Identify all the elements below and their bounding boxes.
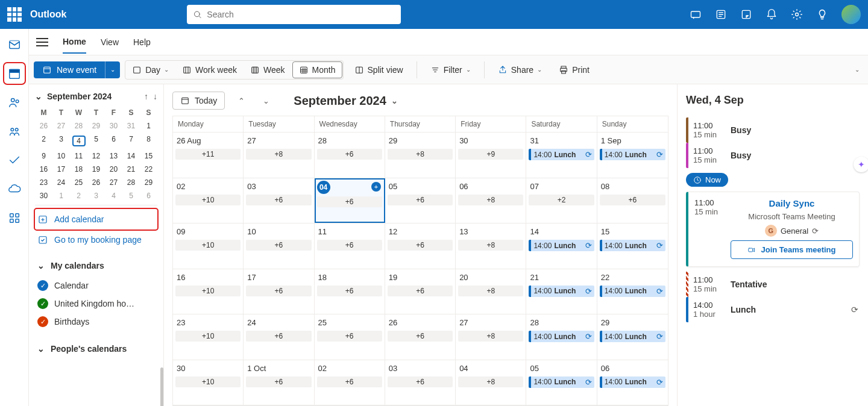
- mini-cal-day[interactable]: 30: [105, 119, 122, 133]
- mini-cal-day[interactable]: 28: [70, 119, 87, 133]
- calendar-cell[interactable]: 03+6: [385, 360, 456, 405]
- more-events-chip[interactable]: +10: [175, 376, 241, 387]
- peoples-calendars-toggle[interactable]: ⌄People's calendars: [35, 340, 157, 357]
- calendar-cell[interactable]: 03+6: [244, 178, 314, 223]
- view-month[interactable]: Month: [292, 61, 342, 78]
- more-events-chip[interactable]: +6: [388, 376, 453, 387]
- calendar-cell[interactable]: 26 Aug+11: [173, 133, 244, 178]
- calendar-cell[interactable]: 1 Oct+6: [244, 360, 314, 405]
- more-events-chip[interactable]: +10: [175, 195, 241, 205]
- mini-cal-day[interactable]: 19: [87, 163, 105, 176]
- mini-cal-day[interactable]: 29: [140, 176, 157, 189]
- filter-button[interactable]: Filter⌄: [424, 62, 477, 78]
- event-chip[interactable]: 14:00 Lunch⟳: [529, 286, 594, 297]
- calendar-cell[interactable]: 12+6: [385, 223, 456, 269]
- mini-cal-day[interactable]: 10: [52, 149, 70, 163]
- mini-cal-day[interactable]: 23: [35, 176, 52, 189]
- calendar-cell[interactable]: 3114:00 Lunch⟳: [526, 133, 597, 178]
- mini-cal-day[interactable]: 21: [122, 163, 140, 176]
- share-button[interactable]: Share⌄: [492, 62, 548, 78]
- mini-cal-day[interactable]: 26: [87, 176, 105, 189]
- notifications-icon[interactable]: [766, 8, 778, 20]
- note-icon[interactable]: [740, 8, 752, 20]
- calendar-cell[interactable]: 04++6: [315, 178, 385, 223]
- event-chip[interactable]: 14:00 Lunch⟳: [529, 376, 594, 388]
- mini-cal-day[interactable]: 20: [105, 163, 122, 176]
- calendar-cell[interactable]: 26+6: [385, 314, 456, 360]
- next-period-button[interactable]: ⌄: [258, 93, 274, 109]
- calendar-cell[interactable]: 02+6: [315, 360, 385, 405]
- rail-mail[interactable]: [5, 35, 24, 54]
- calendar-cell[interactable]: 20+8: [456, 269, 526, 314]
- event-chip[interactable]: 14:00 Lunch⟳: [529, 149, 594, 160]
- calendar-cell[interactable]: 06+8: [456, 178, 526, 223]
- app-launcher-icon[interactable]: [7, 7, 22, 22]
- calendar-cell[interactable]: 11+6: [315, 223, 385, 269]
- more-events-chip[interactable]: +6: [388, 195, 453, 205]
- mini-cal-day[interactable]: 12: [87, 149, 105, 163]
- tab-home[interactable]: Home: [63, 31, 86, 54]
- rail-groups[interactable]: [5, 122, 24, 141]
- calendar-cell[interactable]: 30+10: [173, 360, 244, 405]
- mini-cal-day[interactable]: 2: [70, 189, 87, 202]
- more-events-chip[interactable]: +10: [175, 286, 241, 296]
- mini-cal-day[interactable]: 5: [122, 189, 140, 202]
- mini-cal-day[interactable]: 28: [122, 176, 140, 189]
- more-events-chip[interactable]: +6: [246, 376, 311, 387]
- add-calendar-link[interactable]: Add calendar: [35, 209, 157, 230]
- teams-chat-icon[interactable]: [690, 8, 702, 20]
- calendar-cell[interactable]: 05+6: [385, 178, 456, 223]
- today-button[interactable]: Today: [172, 92, 225, 110]
- calendar-cell[interactable]: 1 Sep14:00 Lunch⟳: [597, 133, 668, 178]
- copilot-sparkle-icon[interactable]: ✦: [854, 157, 868, 172]
- more-events-chip[interactable]: +6: [317, 149, 382, 160]
- more-events-chip[interactable]: +8: [388, 149, 453, 160]
- mini-cal-day[interactable]: 8: [140, 133, 157, 149]
- mini-cal-day[interactable]: 3: [52, 133, 70, 149]
- view-day[interactable]: Day⌄: [126, 61, 175, 78]
- calendar-cell[interactable]: 30+9: [456, 133, 526, 178]
- more-events-chip[interactable]: +9: [458, 149, 523, 160]
- mini-cal-day[interactable]: 18: [70, 163, 87, 176]
- search-input[interactable]: [207, 10, 395, 19]
- mini-cal-day[interactable]: 1: [140, 119, 157, 133]
- more-events-chip[interactable]: +6: [388, 286, 453, 296]
- prev-month-icon[interactable]: ↑: [144, 92, 148, 101]
- calendar-cell[interactable]: 08+6: [597, 178, 668, 223]
- calendar-item[interactable]: Birthdays: [35, 313, 157, 331]
- calendar-cell[interactable]: 1414:00 Lunch⟳: [526, 223, 597, 269]
- settings-icon[interactable]: [791, 8, 803, 20]
- new-event-button[interactable]: New event: [34, 61, 105, 78]
- account-avatar[interactable]: [841, 5, 861, 24]
- more-events-chip[interactable]: +6: [388, 331, 453, 342]
- mini-cal-day[interactable]: 3: [87, 189, 105, 202]
- print-button[interactable]: Print: [553, 62, 596, 78]
- tips-icon[interactable]: [816, 8, 828, 20]
- next-month-icon[interactable]: ↓: [153, 92, 157, 101]
- agenda-event[interactable]: 11:0015 minBusy: [686, 117, 860, 143]
- calendar-cell[interactable]: 09+10: [173, 223, 244, 269]
- tab-help[interactable]: Help: [133, 31, 151, 53]
- split-view-button[interactable]: Split view: [348, 62, 409, 78]
- search-box[interactable]: [187, 5, 401, 24]
- more-events-chip[interactable]: +2: [529, 195, 594, 205]
- mini-cal-day[interactable]: 4: [105, 189, 122, 202]
- calendar-cell[interactable]: 2814:00 Lunch⟳: [526, 314, 597, 360]
- calendar-title[interactable]: September 2024⌄: [294, 94, 397, 108]
- more-events-chip[interactable]: +6: [246, 195, 311, 205]
- more-events-chip[interactable]: +6: [317, 376, 382, 387]
- calendar-cell[interactable]: 2914:00 Lunch⟳: [597, 314, 668, 360]
- rail-more-apps[interactable]: [5, 208, 24, 228]
- mini-cal-day[interactable]: 5: [87, 133, 105, 149]
- more-events-chip[interactable]: +8: [458, 240, 523, 251]
- calendar-cell[interactable]: 23+10: [173, 314, 244, 360]
- event-chip[interactable]: 14:00 Lunch⟳: [600, 376, 665, 388]
- add-event-icon[interactable]: +: [371, 182, 381, 192]
- view-work-week[interactable]: Work week: [176, 61, 243, 78]
- more-events-chip[interactable]: +10: [175, 240, 241, 251]
- onenote-feed-icon[interactable]: [715, 8, 727, 20]
- my-calendars-toggle[interactable]: ⌄My calendars: [35, 257, 157, 274]
- event-chip[interactable]: 14:00 Lunch⟳: [600, 240, 665, 251]
- calendar-cell[interactable]: 2214:00 Lunch⟳: [597, 269, 668, 314]
- rail-people[interactable]: [5, 93, 24, 112]
